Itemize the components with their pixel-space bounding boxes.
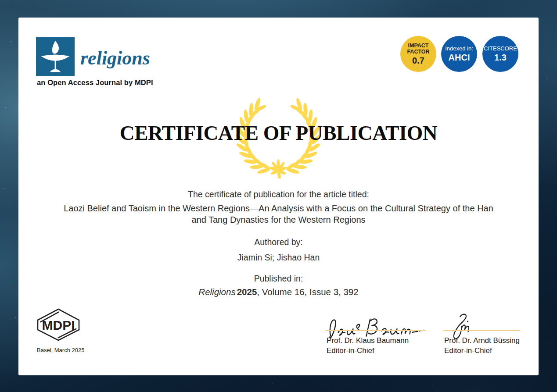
signature-line bbox=[443, 330, 520, 331]
impact-factor-value: 0.7 bbox=[412, 56, 424, 65]
impact-factor-label: IMPACT FACTOR bbox=[404, 43, 433, 55]
publication-journal: Religions bbox=[198, 287, 235, 297]
mdpi-wordmark: MDPI bbox=[42, 318, 75, 332]
signature-block-left: Prof. Dr. Klaus Baumann Editor-in-Chief bbox=[326, 297, 426, 356]
citescore-label: CITESCORE bbox=[484, 46, 517, 52]
authors: Jiamin Si; Jishao Han bbox=[18, 253, 539, 263]
citescore-badge: CITESCORE 1.3 bbox=[482, 36, 518, 72]
intro-line: The certificate of publication for the a… bbox=[18, 189, 539, 200]
published-in-label: Published in: bbox=[18, 274, 539, 284]
publication-details: , Volume 16, Issue 3, 392 bbox=[257, 287, 358, 297]
signature-line bbox=[326, 330, 426, 331]
signatory-role: Editor-in-Chief bbox=[327, 346, 409, 356]
authored-by-label: Authored by: bbox=[18, 237, 539, 247]
impact-factor-badge: IMPACT FACTOR 0.7 bbox=[400, 36, 436, 72]
publication-info: Religions2025, Volume 16, Issue 3, 392 bbox=[18, 287, 539, 297]
certificate-card: religions an Open Access Journal by MDPI… bbox=[18, 18, 539, 375]
journal-name: religions bbox=[80, 44, 150, 69]
indexed-in-badge: Indexed in: AHCI bbox=[441, 36, 477, 72]
indexed-in-label: Indexed in: bbox=[442, 46, 476, 52]
place-date: Basel, March 2025 bbox=[37, 347, 84, 353]
publication-year: 2025 bbox=[237, 287, 257, 297]
journal-tagline: an Open Access Journal by MDPI bbox=[37, 78, 153, 87]
signatory-role: Editor-in-Chief bbox=[444, 346, 520, 356]
mdpi-hexagon-icon: MDPI bbox=[34, 307, 83, 342]
signature-block-right: Prof. Dr. Arndt Büssing Editor-in-Chief bbox=[443, 297, 520, 356]
signatory-name: Prof. Dr. Arndt Büssing bbox=[444, 335, 520, 346]
citescore-value: 1.3 bbox=[494, 53, 507, 62]
chalice-flame-icon bbox=[36, 37, 75, 76]
journal-logo: religions bbox=[36, 37, 150, 76]
signatory-name: Prof. Dr. Klaus Baumann bbox=[327, 335, 409, 346]
indexed-in-value: AHCI bbox=[449, 53, 470, 62]
article-title: Laozi Belief and Taoism in the Western R… bbox=[61, 203, 496, 225]
certificate-title: CERTIFICATE OF PUBLICATION bbox=[18, 121, 539, 145]
signatory-name-role: Prof. Dr. Klaus Baumann Editor-in-Chief bbox=[327, 335, 409, 356]
signatory-name-role: Prof. Dr. Arndt Büssing Editor-in-Chief bbox=[444, 335, 520, 356]
